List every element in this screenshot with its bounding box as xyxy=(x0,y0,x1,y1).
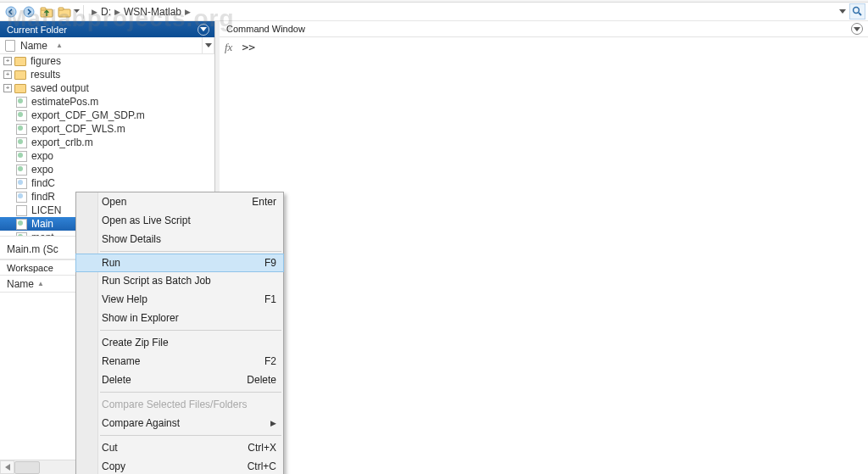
menu-item-shortcut: Ctrl+X xyxy=(248,442,276,454)
file-name-label: export_crlb.m xyxy=(31,137,93,148)
browse-folder-button[interactable] xyxy=(55,3,73,20)
file-row[interactable]: export_crlb.m xyxy=(0,136,214,149)
svg-rect-3 xyxy=(41,8,46,10)
workspace-column-label: Name xyxy=(7,278,34,290)
up-folder-button[interactable] xyxy=(37,3,55,20)
file-name-label: export_CDF_GM_SDP.m xyxy=(31,109,145,121)
menu-item[interactable]: Show Details xyxy=(76,230,283,248)
menu-item: Compare Selected Files/Folders xyxy=(76,395,283,414)
file-name-label: expo xyxy=(31,150,53,162)
menu-item-label: Copy xyxy=(102,460,125,472)
file-row[interactable]: export_CDF_GM_SDP.m xyxy=(0,109,214,122)
menu-item-label: Show Details xyxy=(102,233,161,245)
command-prompt: >> xyxy=(238,41,255,53)
breadcrumb-part[interactable]: WSN-Matlab xyxy=(124,6,181,18)
mscript-icon xyxy=(16,232,27,237)
submenu-arrow-icon: ▶ xyxy=(270,419,276,427)
search-dropdown[interactable] xyxy=(837,3,849,20)
folder-icon xyxy=(14,70,26,80)
doc-icon xyxy=(5,40,15,52)
search-button[interactable] xyxy=(849,3,865,20)
file-name-label: figures xyxy=(31,55,61,67)
fx-button[interactable]: fx xyxy=(223,41,238,54)
mscript-icon xyxy=(16,151,27,162)
file-row[interactable]: +saved output xyxy=(0,81,214,95)
menu-item-shortcut: F9 xyxy=(264,257,276,269)
file-name-label: Main xyxy=(31,218,53,230)
menu-item-label: Rename xyxy=(102,355,140,367)
nav-back-button[interactable] xyxy=(2,3,19,20)
folder-icon xyxy=(14,57,26,66)
chevron-right-icon: ▶ xyxy=(92,8,97,16)
breadcrumb-drive[interactable]: D: xyxy=(101,6,111,18)
mfn-icon xyxy=(16,178,27,189)
menu-item[interactable]: RenameF2 xyxy=(76,352,283,371)
menu-item[interactable]: CopyCtrl+C xyxy=(76,457,283,474)
file-name-label: estimatePos.m xyxy=(31,96,98,108)
menu-separator xyxy=(100,330,281,331)
svg-point-6 xyxy=(854,8,860,14)
menu-item-shortcut: F2 xyxy=(264,355,276,367)
file-name-label: results xyxy=(31,69,60,81)
menu-item-shortcut: Ctrl+C xyxy=(248,460,276,472)
menu-item[interactable]: DeleteDelete xyxy=(76,371,283,389)
breadcrumb[interactable]: ▶ D: ▶ WSN-Matlab ▶ xyxy=(86,6,837,18)
context-menu: OpenEnterOpen as Live ScriptShow Details… xyxy=(75,192,284,474)
command-window-header: Command Window xyxy=(220,21,868,37)
file-name-label: export_CDF_WLS.m xyxy=(31,123,125,135)
file-name-label: findR xyxy=(31,191,55,203)
svg-line-7 xyxy=(859,13,861,15)
menu-item[interactable]: OpenEnter xyxy=(76,192,283,211)
menu-item[interactable]: RunF9 xyxy=(75,254,284,272)
menu-item[interactable]: Open as Live Script xyxy=(76,211,283,230)
folder-icon xyxy=(14,84,26,93)
panel-actions-button[interactable] xyxy=(198,24,209,36)
file-row[interactable]: +figures xyxy=(0,54,214,68)
chevron-right-icon: ▶ xyxy=(114,8,120,16)
menu-item[interactable]: Run Script as Batch Job xyxy=(76,271,283,290)
file-row[interactable]: export_CDF_WLS.m xyxy=(0,122,214,136)
menu-item-label: Run Script as Batch Job xyxy=(102,275,211,287)
expand-icon[interactable]: + xyxy=(3,84,12,92)
column-name[interactable]: Name ▲ xyxy=(0,37,203,53)
scroll-left-button[interactable] xyxy=(0,460,14,474)
quick-access-bar: ▶ D: ▶ WSN-Matlab ▶ xyxy=(0,3,868,21)
panel-actions-button[interactable] xyxy=(851,23,863,35)
svg-point-1 xyxy=(24,7,34,17)
file-row[interactable]: findC xyxy=(0,176,214,190)
menu-separator xyxy=(100,435,281,436)
menu-item-label: Compare Selected Files/Folders xyxy=(102,399,247,410)
svg-point-0 xyxy=(6,7,16,17)
file-row[interactable]: expo xyxy=(0,149,214,163)
file-row[interactable]: expo xyxy=(0,163,214,176)
command-window-body[interactable]: fx >> xyxy=(220,37,868,474)
menu-item-label: Run xyxy=(102,257,120,269)
mscript-icon xyxy=(16,124,27,135)
chevron-right-icon: ▶ xyxy=(185,8,191,16)
file-name-label: saved output xyxy=(31,82,89,94)
column-options-dropdown[interactable] xyxy=(203,37,214,53)
menu-item-label: Compare Against xyxy=(102,417,180,429)
menu-item-shortcut: Delete xyxy=(247,374,276,386)
scroll-thumb[interactable] xyxy=(14,461,40,474)
menu-item[interactable]: Create Zip File xyxy=(76,333,283,352)
expand-icon[interactable]: + xyxy=(3,57,12,65)
column-name-label: Name xyxy=(20,40,47,52)
menu-item[interactable]: Show in Explorer xyxy=(76,309,283,327)
menu-item-label: Open as Live Script xyxy=(102,215,191,226)
browse-folder-dropdown[interactable] xyxy=(73,3,81,20)
mscript-icon xyxy=(16,97,27,108)
file-row[interactable]: +results xyxy=(0,68,214,81)
menu-item[interactable]: CutCtrl+X xyxy=(76,438,283,457)
menu-item[interactable]: View HelpF1 xyxy=(76,290,283,309)
sort-indicator-icon: ▲ xyxy=(56,42,63,49)
search-icon xyxy=(852,6,863,17)
mscript-icon xyxy=(16,110,27,121)
nav-forward-button[interactable] xyxy=(19,3,37,20)
menu-item-label: Create Zip File xyxy=(102,337,169,349)
file-name-label: findC xyxy=(31,177,55,189)
expand-icon[interactable]: + xyxy=(3,70,12,79)
menu-item[interactable]: Compare Against▶ xyxy=(76,414,283,432)
file-row[interactable]: estimatePos.m xyxy=(0,95,214,109)
menu-item-shortcut: Enter xyxy=(252,196,276,208)
